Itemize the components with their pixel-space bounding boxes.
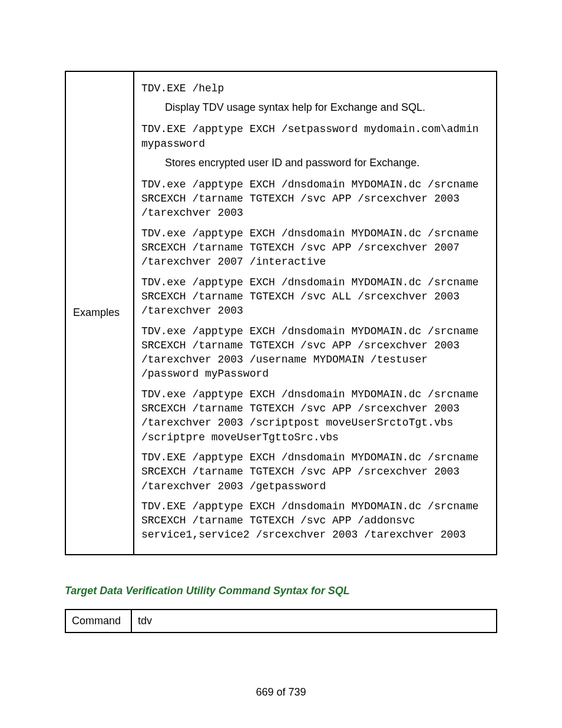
command-table: Command tdv: [65, 609, 497, 633]
description-text: Stores encrypted user ID and password fo…: [165, 157, 489, 169]
command-label-cell: Command: [65, 610, 131, 633]
examples-label-cell: Examples: [65, 71, 134, 555]
section-title: Target Data Verification Utility Command…: [65, 585, 497, 597]
page-number: 669 of 739: [0, 686, 562, 699]
code-example: TDV.EXE /apptype EXCH /setpassword mydom…: [141, 122, 489, 151]
command-value: tdv: [138, 615, 152, 627]
code-example: TDV.EXE /apptype EXCH /dnsdomain MYDOMAI…: [141, 499, 489, 542]
code-example: TDV.exe /apptype EXCH /dnsdomain MYDOMAI…: [141, 387, 489, 444]
code-example: TDV.EXE /help: [141, 81, 489, 95]
code-example: TDV.exe /apptype EXCH /dnsdomain MYDOMAI…: [141, 226, 489, 269]
examples-content-cell: TDV.EXE /helpDisplay TDV usage syntax he…: [134, 71, 497, 555]
code-example: TDV.EXE /apptype EXCH /dnsdomain MYDOMAI…: [141, 450, 489, 493]
description-text: Display TDV usage syntax help for Exchan…: [165, 101, 489, 114]
code-example: TDV.exe /apptype EXCH /dnsdomain MYDOMAI…: [141, 177, 489, 220]
examples-table: Examples TDV.EXE /helpDisplay TDV usage …: [65, 71, 497, 555]
examples-label: Examples: [73, 307, 120, 318]
code-example: TDV.exe /apptype EXCH /dnsdomain MYDOMAI…: [141, 324, 489, 381]
command-value-cell: tdv: [131, 610, 497, 633]
code-example: TDV.exe /apptype EXCH /dnsdomain MYDOMAI…: [141, 275, 489, 318]
command-label: Command: [72, 615, 121, 627]
